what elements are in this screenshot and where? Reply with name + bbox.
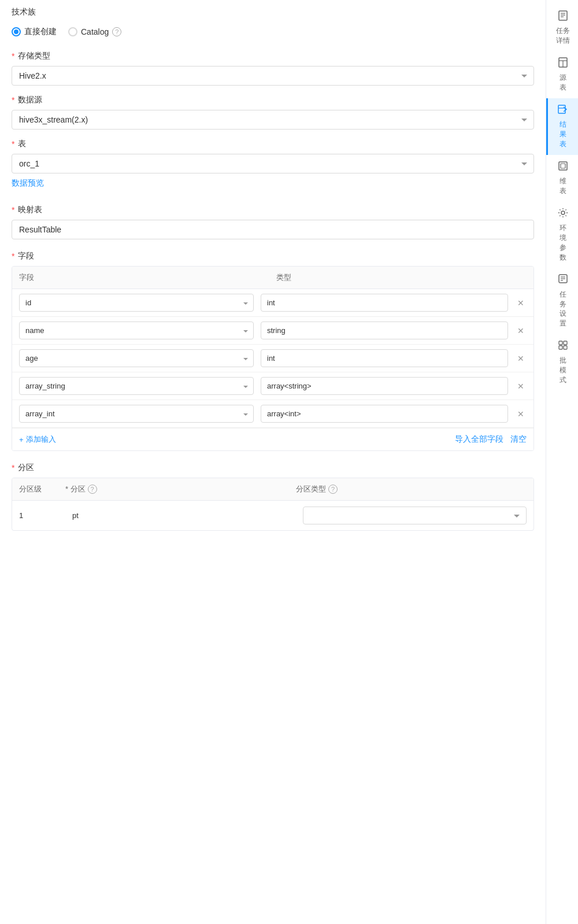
- catalog-help-icon[interactable]: ?: [112, 27, 121, 36]
- sidebar-item-batch-mode[interactable]: 批 模 式: [546, 334, 578, 391]
- field-select-wrapper-4[interactable]: array_string: [19, 377, 254, 395]
- delete-field-5[interactable]: ✕: [515, 408, 527, 420]
- storage-type-select[interactable]: Hive2.x: [12, 66, 534, 86]
- task-settings-icon: [558, 273, 568, 287]
- field-select-5[interactable]: array_int: [19, 405, 254, 423]
- data-source-label: * 数据源: [12, 95, 534, 105]
- data-source-select[interactable]: hive3x_stream(2.x): [12, 110, 534, 130]
- field-type-input-2[interactable]: [261, 321, 508, 339]
- sidebar: 任务 详情 源 表 结 果 表: [546, 0, 578, 924]
- sidebar-dimension-table-label: 维 表: [560, 176, 566, 196]
- batch-mode-icon: [558, 340, 568, 354]
- field-select-3[interactable]: age: [19, 349, 254, 367]
- partition-col-level-header: 分区级: [19, 484, 65, 494]
- fields-footer: + 添加输入 导入全部字段 清空: [12, 428, 533, 450]
- sidebar-item-dimension-table[interactable]: 维 表: [546, 155, 578, 202]
- partition-col-type-header: 分区类型 ?: [296, 484, 527, 494]
- table-row: name ✕: [12, 317, 533, 345]
- sidebar-source-table-label: 源 表: [560, 73, 566, 93]
- storage-type-label: * 存储类型: [12, 51, 534, 61]
- sidebar-task-settings-label: 任 务 设 置: [560, 290, 566, 328]
- radio-direct-create[interactable]: 直接创建: [12, 27, 57, 37]
- data-preview-link[interactable]: 数据预览: [12, 178, 44, 189]
- plus-icon: +: [19, 435, 24, 444]
- svg-rect-19: [564, 346, 567, 349]
- sidebar-item-task-settings[interactable]: 任 务 设 置: [546, 268, 578, 334]
- svg-rect-18: [559, 346, 562, 349]
- fields-footer-right: 导入全部字段 清空: [455, 434, 527, 445]
- partition-header: 分区级 * 分区 ? 分区类型 ?: [12, 478, 533, 501]
- col-header-type: 类型: [269, 272, 527, 283]
- table-label: * 表: [12, 139, 534, 149]
- top-label: 技术族: [12, 0, 534, 22]
- field-select-wrapper-3[interactable]: age: [19, 349, 254, 367]
- radio-catalog[interactable]: Catalog ?: [68, 27, 121, 36]
- delete-field-4[interactable]: ✕: [515, 380, 527, 392]
- partition-level-value: 1: [19, 511, 65, 520]
- field-select-1[interactable]: id: [19, 294, 254, 312]
- source-table-icon: [558, 57, 568, 71]
- dimension-table-icon: [558, 161, 568, 175]
- sidebar-env-params-label: 环 境 参 数: [560, 223, 566, 262]
- clear-fields-button[interactable]: 清空: [510, 434, 527, 445]
- field-select-wrapper-1[interactable]: id: [19, 294, 254, 312]
- svg-rect-0: [559, 11, 567, 20]
- partition-value: pt: [72, 511, 296, 520]
- sidebar-item-source-table[interactable]: 源 表: [546, 51, 578, 98]
- radio-circle-catalog: [68, 27, 77, 36]
- field-type-input-4[interactable]: [261, 377, 508, 395]
- svg-rect-7: [558, 105, 565, 113]
- partition-help-icon[interactable]: ?: [88, 485, 97, 494]
- field-select-wrapper-5[interactable]: array_int: [19, 405, 254, 423]
- svg-rect-16: [559, 341, 562, 345]
- delete-field-2[interactable]: ✕: [515, 325, 527, 337]
- creation-mode-group: 直接创建 Catalog ?: [12, 22, 534, 42]
- svg-point-11: [561, 211, 565, 215]
- field-type-input-5[interactable]: [261, 405, 508, 423]
- table-row: id ✕: [12, 289, 533, 317]
- storage-type-select-wrapper[interactable]: Hive2.x: [12, 66, 534, 86]
- sidebar-item-result-table[interactable]: 结 果 表: [546, 98, 578, 155]
- data-source-select-wrapper[interactable]: hive3x_stream(2.x): [12, 110, 534, 130]
- partition-type-select-container[interactable]: [303, 507, 527, 524]
- sidebar-task-detail-label: 任务 详情: [556, 26, 570, 46]
- task-detail-icon: [558, 10, 568, 24]
- fields-table: 字段 类型 id ✕ name ✕: [12, 266, 534, 451]
- col-header-field: 字段: [19, 272, 269, 283]
- svg-rect-17: [564, 341, 567, 345]
- sidebar-item-env-params[interactable]: 环 境 参 数: [546, 202, 578, 268]
- partition-type-select[interactable]: [303, 507, 527, 524]
- svg-rect-10: [561, 164, 565, 168]
- mapping-table-input[interactable]: [12, 220, 534, 239]
- partition-row: 1 pt: [12, 501, 533, 530]
- add-field-button[interactable]: + 添加输入: [19, 434, 56, 445]
- delete-field-3[interactable]: ✕: [515, 353, 527, 364]
- fields-header: 字段 类型: [12, 267, 533, 289]
- table-select-wrapper[interactable]: orc_1: [12, 154, 534, 173]
- svg-rect-9: [559, 162, 567, 170]
- field-type-input-1[interactable]: [261, 294, 508, 312]
- mapping-table-label: * 映射表: [12, 205, 534, 215]
- sidebar-result-table-label: 结 果 表: [560, 120, 566, 149]
- import-all-fields-button[interactable]: 导入全部字段: [455, 434, 503, 445]
- table-row: array_int ✕: [12, 400, 533, 428]
- delete-field-1[interactable]: ✕: [515, 297, 527, 309]
- field-select-wrapper-2[interactable]: name: [19, 321, 254, 339]
- partition-col-partition-header: * 分区 ?: [65, 484, 296, 494]
- partition-type-select-wrapper[interactable]: [303, 507, 527, 524]
- sidebar-item-task-detail[interactable]: 任务 详情: [546, 5, 578, 51]
- field-select-2[interactable]: name: [19, 321, 254, 339]
- main-content: 技术族 直接创建 Catalog ? * 存储类型 Hive2.x * 数据源 …: [0, 0, 546, 924]
- fields-label: * 字段: [12, 251, 534, 261]
- result-table-icon: [558, 104, 568, 118]
- partition-label: * 分区: [12, 463, 534, 473]
- sidebar-batch-mode-label: 批 模 式: [560, 356, 566, 385]
- partition-table: 分区级 * 分区 ? 分区类型 ? 1 pt: [12, 478, 534, 531]
- table-select[interactable]: orc_1: [12, 154, 534, 173]
- table-row: array_string ✕: [12, 372, 533, 400]
- env-params-icon: [558, 208, 568, 221]
- table-row: age ✕: [12, 345, 533, 372]
- field-select-4[interactable]: array_string: [19, 377, 254, 395]
- field-type-input-3[interactable]: [261, 349, 508, 367]
- partition-type-help-icon[interactable]: ?: [328, 485, 338, 494]
